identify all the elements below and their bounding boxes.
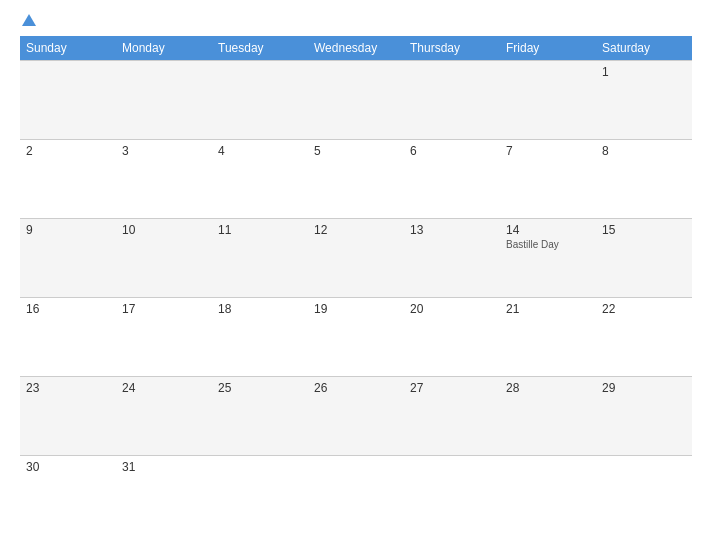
calendar-cell: 9: [20, 218, 116, 297]
calendar-cell: 1: [596, 61, 692, 140]
calendar-cell: [500, 61, 596, 140]
day-number: 18: [218, 302, 302, 316]
calendar-week-row: 1: [20, 61, 692, 140]
calendar-cell: 12: [308, 218, 404, 297]
day-number: 21: [506, 302, 590, 316]
day-number: 4: [218, 144, 302, 158]
calendar-cell: 15: [596, 218, 692, 297]
calendar-cell: 11: [212, 218, 308, 297]
day-number: 6: [410, 144, 494, 158]
calendar-header: [20, 16, 692, 28]
calendar-header-row: SundayMondayTuesdayWednesdayThursdayFrid…: [20, 36, 692, 61]
calendar-cell: 25: [212, 376, 308, 455]
day-number: 8: [602, 144, 686, 158]
day-number: 12: [314, 223, 398, 237]
calendar-cell: [404, 455, 500, 534]
day-number: 10: [122, 223, 206, 237]
calendar-cell: 10: [116, 218, 212, 297]
weekday-friday: Friday: [500, 36, 596, 61]
calendar-cell: 5: [308, 139, 404, 218]
calendar-cell: [596, 455, 692, 534]
calendar-cell: 13: [404, 218, 500, 297]
holiday-name: Bastille Day: [506, 239, 590, 250]
calendar-cell: 2: [20, 139, 116, 218]
logo-triangle-icon: [22, 14, 36, 26]
day-number: 31: [122, 460, 206, 474]
calendar-cell: 3: [116, 139, 212, 218]
weekday-header-row: SundayMondayTuesdayWednesdayThursdayFrid…: [20, 36, 692, 61]
day-number: 16: [26, 302, 110, 316]
day-number: 22: [602, 302, 686, 316]
day-number: 11: [218, 223, 302, 237]
weekday-monday: Monday: [116, 36, 212, 61]
calendar-cell: [20, 61, 116, 140]
calendar-table: SundayMondayTuesdayWednesdayThursdayFrid…: [20, 36, 692, 534]
calendar-cell: [308, 455, 404, 534]
calendar-cell: 29: [596, 376, 692, 455]
calendar-cell: [308, 61, 404, 140]
calendar-cell: 30: [20, 455, 116, 534]
day-number: 20: [410, 302, 494, 316]
day-number: 13: [410, 223, 494, 237]
calendar-cell: 14Bastille Day: [500, 218, 596, 297]
calendar-cell: 22: [596, 297, 692, 376]
day-number: 7: [506, 144, 590, 158]
calendar-cell: [404, 61, 500, 140]
calendar-cell: 6: [404, 139, 500, 218]
day-number: 17: [122, 302, 206, 316]
day-number: 27: [410, 381, 494, 395]
day-number: 19: [314, 302, 398, 316]
calendar-cell: 16: [20, 297, 116, 376]
calendar-cell: 4: [212, 139, 308, 218]
calendar-cell: 18: [212, 297, 308, 376]
day-number: 15: [602, 223, 686, 237]
calendar-cell: 28: [500, 376, 596, 455]
calendar-cell: 20: [404, 297, 500, 376]
day-number: 3: [122, 144, 206, 158]
calendar-week-row: 23242526272829: [20, 376, 692, 455]
calendar-cell: 23: [20, 376, 116, 455]
day-number: 14: [506, 223, 590, 237]
calendar-cell: 26: [308, 376, 404, 455]
calendar-cell: 17: [116, 297, 212, 376]
weekday-tuesday: Tuesday: [212, 36, 308, 61]
day-number: 26: [314, 381, 398, 395]
calendar-week-row: 2345678: [20, 139, 692, 218]
logo: [20, 16, 36, 28]
calendar-cell: [212, 61, 308, 140]
calendar-week-row: 16171819202122: [20, 297, 692, 376]
day-number: 1: [602, 65, 686, 79]
calendar-cell: 8: [596, 139, 692, 218]
day-number: 30: [26, 460, 110, 474]
day-number: 25: [218, 381, 302, 395]
calendar-body: 1234567891011121314Bastille Day151617181…: [20, 61, 692, 535]
calendar-cell: 21: [500, 297, 596, 376]
weekday-wednesday: Wednesday: [308, 36, 404, 61]
calendar-cell: 27: [404, 376, 500, 455]
weekday-thursday: Thursday: [404, 36, 500, 61]
day-number: 5: [314, 144, 398, 158]
calendar-cell: 19: [308, 297, 404, 376]
day-number: 28: [506, 381, 590, 395]
calendar-cell: [212, 455, 308, 534]
day-number: 24: [122, 381, 206, 395]
calendar-week-row: 3031: [20, 455, 692, 534]
calendar-cell: [116, 61, 212, 140]
calendar-cell: [500, 455, 596, 534]
day-number: 23: [26, 381, 110, 395]
calendar-cell: 24: [116, 376, 212, 455]
day-number: 29: [602, 381, 686, 395]
calendar-week-row: 91011121314Bastille Day15: [20, 218, 692, 297]
weekday-saturday: Saturday: [596, 36, 692, 61]
weekday-sunday: Sunday: [20, 36, 116, 61]
calendar-cell: 31: [116, 455, 212, 534]
day-number: 9: [26, 223, 110, 237]
day-number: 2: [26, 144, 110, 158]
calendar-cell: 7: [500, 139, 596, 218]
